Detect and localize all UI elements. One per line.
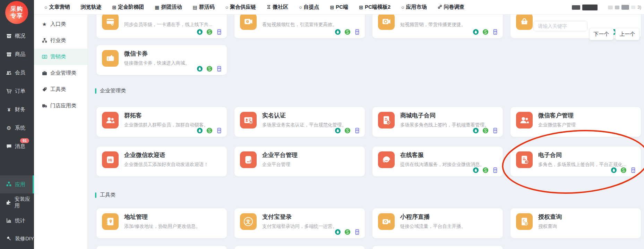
nav-item-deposit-ladder-group[interactable]: ⊞定金阶梯团 bbox=[112, 4, 144, 10]
miniprogram-badge bbox=[483, 29, 488, 35]
square-plus-icon: ⊞ bbox=[112, 5, 116, 10]
image-icon: ▦ bbox=[155, 5, 159, 10]
find-prev-button[interactable]: 上一个 bbox=[615, 28, 639, 40]
h5-app-badge bbox=[473, 167, 479, 173]
app-card-desc: 看短视频领红包，引流宣传更高效。 bbox=[262, 22, 337, 28]
nav-item-groupon-activity[interactable]: ▦拼团活动 bbox=[155, 4, 182, 10]
sidebar-item-apps-active[interactable]: 应用 bbox=[0, 175, 34, 193]
app-card-online-service[interactable]: 在线客服 提供在线沟通服务，对接企业微信消息。 WAP bbox=[372, 147, 503, 176]
sitemap-icon bbox=[42, 38, 47, 43]
section-header-enterprise: 企业管理类 bbox=[95, 88, 126, 94]
app-card-title: 微信客户管理 bbox=[538, 111, 574, 119]
nav-item-group-qr-code[interactable]: ▤群活码 bbox=[192, 4, 214, 10]
app-card-enterprise-platform[interactable]: 企业平台管理 企业平台管理 bbox=[234, 147, 365, 176]
sidebar-item-messages[interactable]: 消息 91 bbox=[0, 137, 34, 156]
redacted-text-block bbox=[582, 5, 598, 10]
sidebar-item-finance[interactable]: ¥ 财务 bbox=[0, 100, 34, 119]
nav-item-browse-history[interactable]: 浏览轨迹 bbox=[80, 4, 101, 10]
find-next-button[interactable]: 下一个 bbox=[589, 28, 613, 40]
section-header-tools: 工具类 bbox=[95, 192, 115, 198]
h5-app-badge bbox=[197, 29, 203, 35]
app-card-title: 小程序直播 bbox=[400, 213, 430, 221]
sidebar-item-decorate-diy[interactable]: 装修DIY bbox=[0, 230, 34, 248]
address-book-icon bbox=[102, 213, 119, 230]
category-item-store-apps[interactable]: 门店应用类 bbox=[34, 98, 87, 114]
nav-item-pickup-point[interactable]: ○自提点 bbox=[299, 4, 319, 10]
video-redpacket-icon bbox=[240, 13, 257, 30]
app-card-welcome-message[interactable]: Hi 企业微信欢迎语 企业微信员工添加好友自动发送欢迎语！ bbox=[96, 147, 227, 176]
h5-app-badge bbox=[197, 128, 203, 133]
svg-text:支: 支 bbox=[246, 219, 251, 224]
app-card-econtract[interactable]: 电子合同 多角色，多场景线上签合同，平台正规化... WAP bbox=[510, 147, 641, 176]
category-item-industry[interactable]: 行业类 bbox=[34, 32, 87, 49]
app-card-desc: 多场景多角色线上签约，手机端查看管理。 bbox=[400, 122, 489, 128]
app-card-auth-query[interactable]: 授权查询 授权查询 bbox=[510, 208, 641, 238]
nav-item-app-market[interactable]: ○应用市场 bbox=[401, 4, 427, 10]
app-card-title: 群拓客 bbox=[124, 111, 142, 119]
category-item-entry[interactable]: ★入口类 bbox=[34, 16, 87, 32]
app-card-miniprogram-live[interactable]: 小程序直播 链接公域流量，平台自主开播。 bbox=[372, 208, 503, 238]
product-box-icon bbox=[6, 52, 12, 57]
app-card-partial[interactable] bbox=[96, 246, 227, 249]
top-nav-bar: ○文章营销 浏览轨迹 ⊞定金阶梯团 ▦拼团活动 ▤群活码 ○聚合供应链 微社区 … bbox=[34, 0, 644, 15]
list-page-icon: ▤ bbox=[192, 5, 197, 10]
app-card-title: 电子合同 bbox=[538, 151, 562, 159]
wap-badge: WAP bbox=[216, 29, 222, 35]
app-card-address-manage[interactable]: 地址管理 添加/修改地址，协助用户更改信息。 bbox=[96, 208, 227, 238]
gavel-icon bbox=[6, 236, 12, 241]
nav-item-micro-community[interactable]: 微社区 bbox=[267, 4, 288, 10]
h5-app-badge bbox=[611, 167, 617, 173]
miniprogram-badge bbox=[345, 229, 350, 235]
store-logo: 采购 专享 bbox=[5, 1, 28, 24]
sidebar-item-orders[interactable]: 订单 bbox=[0, 82, 34, 100]
nav-item-survey[interactable]: 问卷调查 bbox=[438, 4, 465, 10]
svg-text:WAP: WAP bbox=[218, 31, 221, 32]
puzzle-icon bbox=[6, 200, 11, 205]
app-card-mall-econtract[interactable]: 商城电子合同 多场景多角色线上签约，手机端查看管理。 WAP bbox=[372, 107, 503, 137]
platform-badges: WAP bbox=[473, 167, 498, 173]
nav-item-supply-chain[interactable]: ○聚合供应链 bbox=[225, 4, 256, 10]
app-card-partial[interactable] bbox=[372, 246, 503, 249]
sidebar-item-members[interactable]: 会员 bbox=[0, 64, 34, 82]
svg-text:WAP: WAP bbox=[356, 129, 359, 131]
category-item-marketing-active[interactable]: 营销类 bbox=[34, 49, 87, 65]
tag-icon bbox=[42, 87, 47, 92]
auth-query-icon bbox=[516, 213, 533, 230]
sidebar-item-overview[interactable]: 概况 bbox=[0, 27, 34, 45]
wap-badge: WAP bbox=[630, 167, 636, 173]
category-item-tools[interactable]: 工具类 bbox=[34, 81, 87, 98]
app-card-desc: 企业微信客户管理 bbox=[538, 122, 576, 128]
sidebar-item-system[interactable]: ⚙ 系统 bbox=[0, 119, 34, 137]
app-card-wechat-coupon[interactable]: 微信卡券 链接微信卡券，快速进入商城。 WAP bbox=[96, 45, 227, 75]
nav-item-pc-template2[interactable]: ⊞PC端模板2 bbox=[359, 4, 390, 10]
miniprogram-badge bbox=[483, 128, 488, 133]
sidebar-item-products[interactable]: 商品 bbox=[0, 45, 34, 64]
nav-item-article-marketing[interactable]: ○文章营销 bbox=[44, 4, 70, 10]
sidebar-item-statistics[interactable]: 统计 bbox=[0, 211, 34, 230]
wap-badge: WAP bbox=[216, 128, 222, 133]
redacted-text-block bbox=[631, 6, 635, 9]
app-card-realname-auth[interactable]: 实名认证 多场景业务实名认证，平台规范化管理。 WAP bbox=[234, 107, 365, 137]
category-item-enterprise[interactable]: 企业管理类 bbox=[34, 65, 87, 81]
miniprogram-badge bbox=[345, 128, 350, 133]
svg-text:WAP: WAP bbox=[218, 67, 221, 69]
nav-item-pc[interactable]: ⊞PC端 bbox=[330, 4, 349, 10]
app-card-alipay-login[interactable]: 支 支付宝登录 支付宝端登录访问，多端统一运营。 WAP bbox=[234, 208, 365, 238]
redacted-text-block bbox=[608, 6, 613, 9]
platform-badges: WAP bbox=[473, 128, 498, 133]
miniprogram-badge bbox=[207, 128, 212, 133]
category-panel: ★入口类 行业类 营销类 企业管理类 工具类 门店应用类 bbox=[34, 15, 88, 249]
sidebar-item-install-apps[interactable]: 安装应用 bbox=[0, 193, 34, 211]
app-card-partial[interactable] bbox=[234, 246, 365, 249]
square-plus-icon: ⊞ bbox=[359, 5, 363, 10]
app-card-group-customer[interactable]: 群拓客 企业微信群入群即会员，加群自动锁客。 WAP bbox=[96, 107, 227, 137]
app-card-desc: 链接公域流量，平台自主开播。 bbox=[400, 223, 466, 230]
miniprogram-badge bbox=[345, 29, 350, 35]
group-customer-icon bbox=[102, 112, 119, 128]
app-card-wechat-customer[interactable]: 微信客户管理 企业微信客户管理 bbox=[510, 107, 641, 137]
app-card-desc: 多角色，多场景线上签合同，平台正规化... bbox=[538, 161, 626, 168]
main-sidebar: 概况 商品 会员 订单 ¥ 财务 ⚙ 系统 bbox=[0, 0, 34, 249]
find-keyword-input[interactable] bbox=[533, 21, 587, 31]
wap-badge: WAP bbox=[354, 29, 360, 35]
redacted-text-block bbox=[572, 5, 580, 10]
